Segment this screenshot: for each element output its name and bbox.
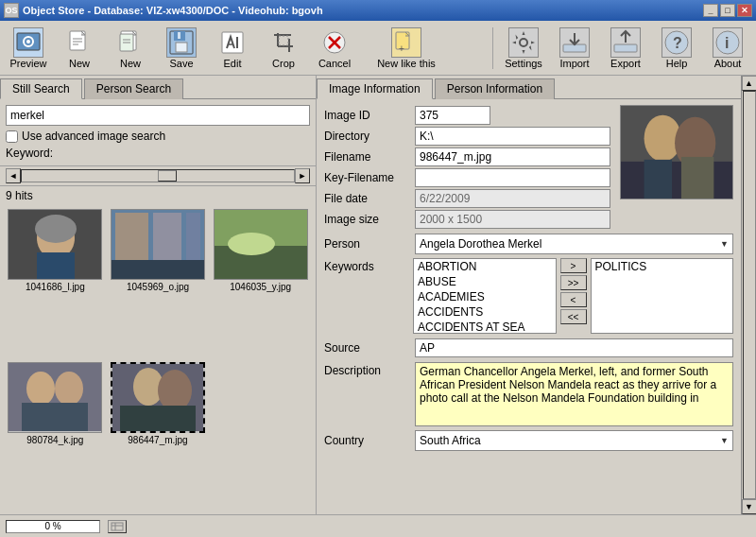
search-input[interactable]	[6, 105, 310, 126]
list-item[interactable]: 986447_m.jpg	[109, 362, 208, 511]
svg-point-54	[158, 370, 192, 411]
keywords-label: Keywords	[324, 260, 409, 273]
keyword-item[interactable]: ABORTION	[414, 259, 556, 274]
list-item[interactable]: 1046035_y.jpg	[211, 209, 310, 358]
person-select[interactable]: Angela Dorothea Merkel ▼	[415, 234, 733, 254]
svg-rect-41	[153, 213, 181, 260]
edit-button[interactable]: Edit	[208, 24, 257, 73]
svg-rect-40	[115, 213, 148, 260]
newlike-button[interactable]: + New like this	[369, 24, 444, 73]
file-date-value: 6/22/2009	[415, 189, 610, 208]
svg-point-2	[26, 40, 30, 43]
kw-add-all-button[interactable]: >>	[560, 275, 587, 290]
export-button[interactable]: Export	[601, 24, 650, 73]
about-label: About	[714, 58, 742, 69]
help-label: Help	[666, 58, 688, 69]
list-item[interactable]: 1041686_l.jpg	[6, 209, 105, 358]
list-item[interactable]: 980784_k.jpg	[6, 362, 105, 511]
newlike-label: New like this	[377, 58, 436, 69]
minimize-button[interactable]: _	[703, 4, 718, 17]
new2-button[interactable]: New	[106, 24, 155, 73]
export-icon	[610, 27, 641, 58]
preview-button[interactable]: Preview	[4, 24, 53, 73]
keyword-item[interactable]: ACCIDENTS	[414, 304, 556, 320]
keyword-item[interactable]: ABUSE	[414, 274, 556, 289]
svg-point-46	[228, 233, 275, 255]
person-value: Angela Dorothea Merkel	[420, 237, 541, 251]
description-label: Description	[324, 364, 409, 377]
scroll-up-btn[interactable]: ▲	[742, 76, 757, 91]
right-scrollbar[interactable]: ▲ ▼	[741, 76, 756, 514]
advanced-search-checkbox[interactable]	[6, 130, 18, 143]
cancel-label: Cancel	[318, 58, 351, 69]
new1-button[interactable]: New	[55, 24, 104, 73]
progress-text: 0 %	[44, 521, 60, 531]
kw-remove-all-button[interactable]: <<	[560, 309, 587, 324]
filename-value[interactable]: 986447_m.jpg	[415, 147, 610, 166]
image-id-value[interactable]: 375	[415, 106, 490, 125]
keywords-left-list[interactable]: ABORTION ABUSE ACADEMIES ACCIDENTS ACCID…	[413, 258, 557, 334]
crop-label: Crop	[272, 58, 295, 69]
image-filename: 1041686_l.jpg	[26, 282, 85, 292]
about-button[interactable]: i About	[703, 24, 752, 73]
image-filename: 1045969_o.jpg	[127, 282, 189, 292]
toolbar-separator	[492, 27, 493, 69]
tab-still-search[interactable]: Still Search	[0, 78, 82, 99]
import-icon	[559, 27, 590, 58]
save-button[interactable]: Save	[157, 24, 206, 73]
country-label: Country	[324, 434, 409, 447]
settings-button[interactable]: Settings	[499, 24, 548, 73]
tab-person-search[interactable]: Person Search	[84, 78, 183, 99]
keyword-item[interactable]: ACADEMIES	[414, 289, 556, 304]
person-label: Person	[324, 237, 409, 251]
import-label: Import	[559, 58, 589, 69]
scroll-track-vertical[interactable]	[743, 91, 756, 499]
keyword-item[interactable]: ACCIDENTS AT SEA	[414, 320, 556, 334]
close-button[interactable]: ✕	[737, 4, 752, 17]
app-icon: OS	[4, 3, 19, 18]
kw-add-button[interactable]: >	[560, 258, 587, 273]
scroll-track[interactable]	[21, 169, 295, 182]
status-icon[interactable]	[108, 520, 127, 533]
country-select[interactable]: South Africa ▼	[415, 430, 733, 451]
svg-text:i: i	[725, 35, 729, 51]
keywords-right-list[interactable]: POLITICS	[591, 258, 734, 334]
scroll-down-btn[interactable]: ▼	[742, 499, 757, 514]
main-thumbnail	[620, 105, 733, 199]
keyword-item-selected[interactable]: POLITICS	[592, 259, 733, 274]
import-button[interactable]: Import	[550, 24, 599, 73]
scroll-area: ◄ ►	[0, 165, 316, 186]
cancel-button[interactable]: Cancel	[310, 24, 359, 73]
key-filename-value[interactable]	[415, 168, 610, 187]
image-thumbnail	[8, 362, 102, 433]
tab-person-information[interactable]: Person Information	[435, 78, 555, 99]
help-button[interactable]: ? Help	[652, 24, 701, 73]
info-panel: Image ID 375 Directory K:\ Filename 9864…	[317, 99, 741, 514]
advanced-search-label: Use advanced image search	[22, 130, 165, 143]
kw-remove-button[interactable]: <	[560, 292, 587, 307]
description-textarea[interactable]	[415, 362, 733, 426]
source-value[interactable]: AP	[415, 338, 733, 357]
source-row: Source AP	[324, 338, 733, 358]
progress-bar: 0 %	[6, 520, 100, 533]
left-panel: Still Search Person Search Use advanced …	[0, 76, 317, 514]
cancel-icon	[319, 27, 350, 58]
scroll-left-btn[interactable]: ◄	[6, 168, 21, 183]
crop-button[interactable]: Crop	[259, 24, 308, 73]
scroll-right-btn[interactable]: ►	[295, 168, 310, 183]
left-tab-bar: Still Search Person Search	[0, 76, 316, 99]
maximize-button[interactable]: □	[720, 4, 735, 17]
thumb-image	[8, 362, 102, 433]
directory-value[interactable]: K:\	[415, 127, 610, 146]
window-controls[interactable]: _ □ ✕	[703, 4, 752, 17]
tab-image-information[interactable]: Image Information	[317, 78, 433, 99]
list-item[interactable]: 1045969_o.jpg	[109, 209, 208, 358]
scroll-thumb[interactable]	[158, 170, 177, 182]
thumb-image	[111, 209, 205, 280]
image-id-row: Image ID 375	[324, 105, 610, 126]
svg-rect-43	[111, 260, 205, 279]
title-text: Object Store - Database: VIZ-xw4300/DOC …	[23, 5, 703, 16]
new1-label: New	[69, 58, 90, 69]
advanced-search-row: Use advanced image search	[6, 130, 310, 143]
new2-label: New	[120, 58, 141, 69]
